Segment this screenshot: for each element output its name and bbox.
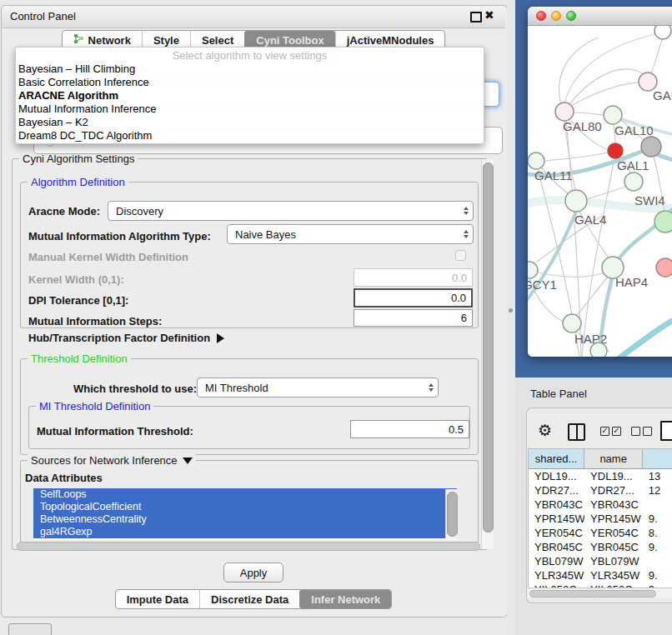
node-gal1[interactable]	[608, 143, 623, 158]
table-cell: YBR043C	[584, 498, 643, 512]
node-gal4[interactable]	[565, 190, 587, 212]
table-row[interactable]: YBR043CYBR043C	[529, 498, 672, 512]
control-panel-titlebar[interactable]	[2, 6, 505, 28]
algorithm-option-aracne-algorithm[interactable]: ARACNE Algorithm	[16, 89, 484, 102]
mi-threshold-field[interactable]: 0.5	[350, 420, 469, 438]
dpi-tolerance-value: 0.0	[451, 292, 466, 304]
dpi-tolerance-field[interactable]: 0.0	[354, 288, 473, 308]
table-cell	[643, 554, 672, 568]
attribute-item-selfloops[interactable]: SelfLoops	[33, 488, 457, 501]
table-scroll-thumb[interactable]	[529, 590, 656, 598]
attribute-item-betweennesscentrality[interactable]: BetweennessCentrality	[33, 513, 457, 526]
divider-grip-icon[interactable]	[509, 308, 513, 312]
apply-button-label: Apply	[240, 567, 268, 579]
gear-icon[interactable]: ⚙	[538, 421, 552, 440]
document-icon[interactable]	[660, 421, 672, 441]
sources-group-title: Sources for Network Inference	[31, 454, 178, 467]
split-pane-divider[interactable]	[507, 0, 515, 635]
tab-label: Cyni Toolbox	[256, 34, 323, 47]
tab-label: Impute Data	[127, 593, 188, 606]
node-unlabeled[interactable]	[590, 342, 607, 357]
select-all-checks-icon[interactable]: ✓ ✓	[600, 427, 621, 436]
mi-threshold-label: Mutual Information Threshold:	[37, 425, 193, 438]
node-gal11[interactable]	[528, 152, 544, 169]
sources-group-header[interactable]: Sources for Network Inference	[28, 454, 196, 467]
float-window-icon[interactable]	[470, 12, 482, 22]
dpi-tolerance-label: DPI Tolerance [0,1]:	[28, 294, 128, 307]
tab-discretize-data[interactable]: Discretize Data	[199, 590, 299, 608]
attributes-scroll-thumb[interactable]	[447, 492, 458, 537]
node-unlabeled[interactable]	[641, 137, 661, 157]
column-header-col2[interactable]	[643, 449, 672, 468]
algorithm-definition-title: Algorithm Definition	[28, 176, 128, 188]
table-cell: YER054C	[529, 526, 584, 540]
algorithm-option-bayesian-k2[interactable]: Bayesian – K2	[16, 116, 484, 129]
node-y[interactable]	[656, 258, 672, 277]
table-row[interactable]: YBR045CYBR045C9.	[529, 540, 672, 554]
threshold-definition-title: Threshold Definition	[28, 352, 131, 365]
expander-collapsed-icon	[217, 333, 224, 343]
bottom-tabbar: Impute DataDiscretize DataInfer Network	[115, 589, 393, 609]
columns-icon[interactable]	[568, 423, 585, 441]
data-attributes-list: SelfLoopsTopologicalCoefficientBetweenne…	[33, 488, 457, 540]
node-unlabeled[interactable]	[624, 172, 643, 191]
zoom-traffic-light-icon[interactable]	[566, 11, 576, 21]
network-canvas[interactable]: GALGAL80GAL10GAL1GAL11GAL4SWI4GCY1HAP4YH…	[528, 26, 672, 357]
attribute-item-gal4rgexp[interactable]: gal4RGexp	[33, 526, 457, 538]
table-row[interactable]: YDL19...YDL19...13	[529, 469, 672, 483]
node-unlabeled[interactable]	[654, 26, 671, 39]
network-window-titlebar[interactable]	[528, 7, 672, 26]
kernel-width-label: Kernel Width (0,1):	[28, 273, 124, 286]
mi-steps-label: Mutual Information Steps:	[28, 315, 162, 328]
cyni-algorithm-settings-title: Cyni Algorithm Settings	[19, 152, 138, 165]
checked-box-icon: ✓	[612, 427, 621, 436]
table-cell: YER054C	[584, 526, 643, 540]
node-label-gal11: GAL11	[534, 168, 573, 182]
network-edge	[564, 32, 661, 102]
table-row[interactable]: YDR27...YDR27...12	[529, 483, 672, 498]
mi-algorithm-type-combo[interactable]: Naive Bayes	[227, 224, 474, 244]
node-swi4[interactable]	[654, 211, 672, 232]
attribute-item-topologicalcoefficient[interactable]: TopologicalCoefficient	[33, 501, 457, 513]
node-label-swi4: SWI4	[634, 193, 665, 208]
table-horizontal-scrollbar[interactable]	[528, 588, 672, 598]
unchecked-box-icon	[643, 427, 652, 436]
attributes-list-scrollbar[interactable]	[445, 489, 457, 539]
table-row[interactable]: YPR145WYPR145W9.	[529, 512, 672, 526]
node-gcy1[interactable]	[528, 262, 538, 278]
tab-infer-network[interactable]: Infer Network	[299, 590, 391, 608]
algorithm-option-mutual-information-inference[interactable]: Mutual Information Inference	[16, 102, 484, 116]
mi-steps-field[interactable]: 6	[354, 309, 473, 327]
hub-definition-expander[interactable]: Hub/Transcription Factor Definition	[28, 332, 224, 344]
apply-button[interactable]: Apply	[223, 562, 283, 582]
table-row[interactable]: YER054CYER054C8.	[529, 526, 672, 540]
table-row[interactable]: YBL079WYBL079W	[529, 554, 672, 568]
settings-vertical-scrollbar[interactable]	[481, 159, 494, 549]
table-cell: 12	[643, 483, 672, 498]
manual-kernel-width-checkbox[interactable]	[455, 250, 466, 261]
settings-scroll-thumb[interactable]	[483, 162, 494, 532]
collapsed-panel-handle[interactable]	[8, 623, 52, 635]
network-view-window[interactable]: GALGAL80GAL10GAL1GAL11GAL4SWI4GCY1HAP4YH…	[528, 7, 672, 357]
tab-label: Discretize Data	[211, 593, 288, 606]
algorithm-option-basic-correlation-inference[interactable]: Basic Correlation Inference	[16, 76, 484, 89]
close-traffic-light-icon[interactable]	[536, 11, 546, 21]
node-gal80[interactable]	[555, 102, 574, 121]
node-hap2[interactable]	[563, 314, 581, 332]
deselect-all-checks-icon[interactable]	[631, 427, 652, 436]
table-cell: 8.	[643, 526, 672, 540]
column-header-shared[interactable]: shared...	[529, 449, 584, 468]
which-threshold-combo[interactable]: MI Threshold	[197, 378, 439, 398]
aracne-mode-combo[interactable]: Discovery	[108, 201, 474, 221]
kernel-width-field[interactable]: 0.0	[354, 268, 473, 287]
table-cell: YDR27...	[529, 483, 584, 498]
algorithm-option-dream8-dc-tdc-algorithm[interactable]: Dream8 DC_TDC Algorithm	[16, 129, 484, 142]
table-row[interactable]: YLR345WYLR345W9.	[529, 568, 672, 582]
settings-horizontal-scrollbar[interactable]	[17, 542, 480, 551]
node-gal10[interactable]	[604, 106, 622, 124]
column-header-name[interactable]: name	[584, 449, 643, 468]
minimize-traffic-light-icon[interactable]	[551, 11, 561, 21]
close-icon[interactable]: ✖	[484, 8, 494, 22]
algorithm-option-bayesian-hill-climbing[interactable]: Bayesian – Hill Climbing	[16, 62, 484, 76]
tab-impute-data[interactable]: Impute Data	[116, 590, 199, 608]
